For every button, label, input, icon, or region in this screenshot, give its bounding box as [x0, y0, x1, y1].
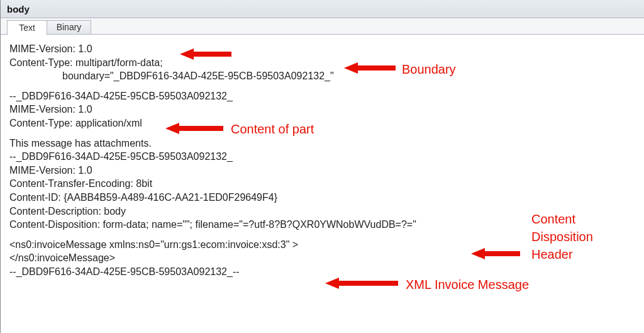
blank-line — [9, 83, 635, 89]
body-line: --_DBD9F616-34AD-425E-95CB-59503A092132_… — [9, 265, 635, 279]
tabs-row: Text Binary — [1, 18, 644, 35]
body-text-view: MIME-Version: 1.0 Content-Type: multipar… — [1, 35, 644, 286]
blank-line — [9, 232, 635, 238]
body-line: MIME-Version: 1.0 — [9, 164, 635, 178]
tab-binary[interactable]: Binary — [47, 20, 91, 35]
body-line: Content-Type: multipart/form-data; — [9, 56, 635, 70]
body-line: Content-Transfer-Encoding: 8bit — [9, 177, 635, 191]
svg-marker-4 — [325, 278, 398, 289]
body-line: boundary="_DBD9F616-34AD-425E-95CB-59503… — [9, 69, 635, 83]
body-line: MIME-Version: 1.0 — [9, 103, 635, 116]
annotation-xml-invoice-message: XML Invoice Message — [406, 276, 529, 293]
blank-line — [9, 130, 635, 137]
body-line: --_DBD9F616-34AD-425E-95CB-59503A092132_ — [9, 150, 635, 164]
body-line: Content-Type: application/xml — [9, 116, 635, 130]
body-line: --_DBD9F616-34AD-425E-95CB-59503A092132_ — [9, 89, 635, 103]
panel-header: body — [1, 0, 644, 18]
body-line: Content-ID: {AABB4B59-A489-416C-AA21-1ED… — [9, 191, 635, 205]
body-line: This message has attachments. — [9, 137, 635, 150]
body-line: Content-Disposition: form-data; name="";… — [9, 218, 635, 232]
panel-title: body — [7, 4, 30, 14]
body-line: <ns0:invoiceMessage xmlns:ns0="urn:gs1:e… — [9, 238, 635, 252]
tab-text[interactable]: Text — [7, 20, 47, 35]
body-line: MIME-Version: 1.0 — [9, 42, 635, 56]
body-line: Content-Description: body — [9, 205, 635, 218]
body-line: </ns0:invoiceMessage> — [9, 251, 635, 265]
